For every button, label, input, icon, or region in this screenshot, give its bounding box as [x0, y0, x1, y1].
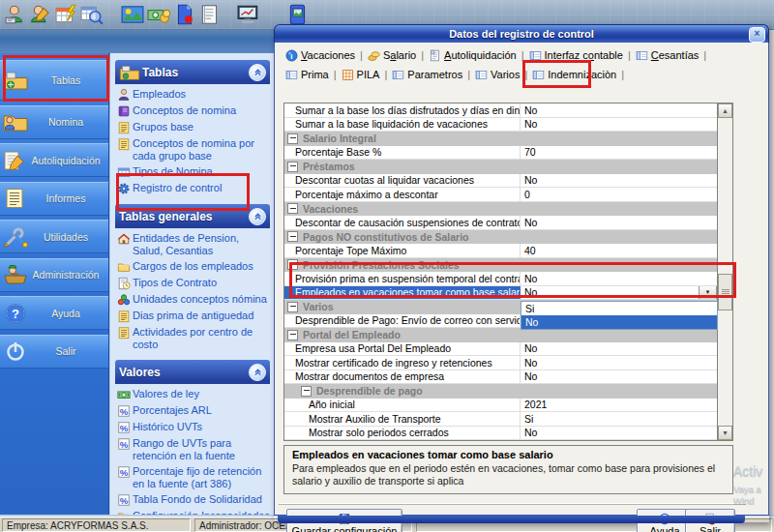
grid-row[interactable]: Mostrar Auxilio de TransporteSi: [284, 412, 717, 427]
property-label[interactable]: Empresa usa Portal Del Empleado: [284, 342, 521, 356]
property-value[interactable]: No▼: [521, 286, 717, 300]
property-value[interactable]: Si: [521, 412, 717, 426]
user-card-icon[interactable]: [5, 3, 28, 26]
menu-item[interactable]: %Tabla Fondo de Solidaridad: [115, 493, 270, 507]
grid-section-row[interactable]: Salario Integral: [284, 132, 717, 146]
property-label[interactable]: Mostrar documentos de empresa: [284, 370, 521, 384]
grid-row[interactable]: Mostrar solo periodos cerradosNo: [284, 427, 717, 441]
property-value[interactable]: No: [521, 272, 717, 285]
tab-parametros[interactable]: Parametros: [388, 68, 466, 82]
grid-row[interactable]: Empresa usa Portal Del EmpleadoNo: [284, 342, 717, 357]
tab-varios[interactable]: Varios: [471, 68, 523, 82]
scrollbar-thumb[interactable]: [718, 274, 732, 310]
scroll-up-icon[interactable]: ▲: [718, 103, 732, 118]
collapse-icon[interactable]: [287, 162, 298, 172]
tab-vacaciones[interactable]: iVacaciones: [282, 48, 359, 63]
property-value[interactable]: 40: [521, 244, 717, 257]
chevron-up-icon[interactable]: [249, 364, 266, 381]
grid-section-row[interactable]: Portal del Empleado: [284, 328, 717, 342]
grid-row[interactable]: Provisión prima en suspensión temporal d…: [284, 272, 717, 286]
property-label[interactable]: Porcentaje máximo a descontar: [284, 188, 521, 201]
sidebar-item-salir[interactable]: Salir: [0, 335, 108, 369]
collapse-icon[interactable]: [287, 133, 298, 144]
grid-section-row[interactable]: Provisión Prestaciones Sociales: [284, 258, 717, 273]
grid-section-row[interactable]: Pagos NO constitutivos de Salario: [284, 230, 717, 245]
tab-cesantias[interactable]: Cesantías: [632, 48, 703, 63]
property-value[interactable]: 0: [521, 188, 717, 201]
grid-scrollbar[interactable]: ▲ ▼: [717, 103, 732, 440]
property-label[interactable]: Provisión prima en suspensión temporal d…: [284, 272, 521, 285]
property-label[interactable]: Año inicial: [284, 399, 521, 412]
property-value[interactable]: No: [521, 174, 717, 188]
collapse-icon[interactable]: [287, 203, 298, 214]
property-label[interactable]: Descontar cuotas al liquidar vacaciones: [284, 174, 521, 188]
property-value[interactable]: 2021: [521, 399, 717, 412]
dropdown-option[interactable]: No: [521, 315, 717, 329]
table-search-icon[interactable]: [80, 3, 104, 26]
sidebar-item-administracion[interactable]: Administración: [0, 258, 108, 292]
property-value[interactable]: No: [521, 216, 717, 229]
scroll-down-icon[interactable]: ▼: [718, 426, 732, 440]
grid-row[interactable]: Mostrar documentos de empresaNo: [284, 370, 717, 385]
tab-interfaz-contable[interactable]: Interfaz contable: [525, 48, 627, 63]
monitor-chart-icon[interactable]: [237, 3, 260, 26]
collapse-icon[interactable]: [287, 259, 298, 270]
menu-item[interactable]: Tipos de Nomina: [115, 165, 270, 179]
sidebar-item-ayuda[interactable]: ?Ayuda: [0, 296, 108, 330]
collapse-icon[interactable]: [287, 231, 298, 242]
property-label[interactable]: Porcentaje Base %: [284, 146, 521, 160]
menu-item[interactable]: Registro de control: [115, 182, 270, 195]
menu-item[interactable]: %Porcentaje fijo de retención en la fuen…: [115, 465, 270, 490]
tab-autoliquidacion[interactable]: Autoliquidación: [425, 48, 521, 63]
grid-row[interactable]: Porcentaje Tope Máximo40: [284, 244, 717, 258]
property-label[interactable]: Empleados en vacaciones tomar como base …: [284, 286, 521, 300]
menu-item[interactable]: Empleados: [115, 88, 270, 102]
close-icon[interactable]: ×: [749, 27, 765, 43]
property-value[interactable]: No: [521, 370, 717, 384]
dialog-titlebar[interactable]: Datos del registro de control ×: [274, 24, 769, 43]
exit-door-icon[interactable]: [286, 3, 310, 26]
menu-item[interactable]: %Porcentajes ARL: [115, 404, 270, 418]
property-label[interactable]: Desprendible de Pago: Envío de correo co…: [284, 314, 521, 328]
grid-row[interactable]: Porcentaje Base %70: [284, 146, 717, 161]
grid-row[interactable]: Empleados en vacaciones tomar como base …: [284, 286, 717, 301]
tab-pila[interactable]: PILA: [338, 68, 384, 82]
notebook-icon[interactable]: [198, 3, 222, 26]
property-label[interactable]: Sumar a la base liquidación de vacacione…: [284, 118, 521, 132]
property-value[interactable]: No: [521, 427, 717, 440]
file-red-dot-icon[interactable]: [173, 3, 196, 26]
menu-item[interactable]: Dias prima de antiguedad: [115, 310, 270, 323]
money-icon[interactable]: [147, 3, 170, 26]
grid-section-row[interactable]: Préstamos: [284, 160, 717, 174]
property-value[interactable]: No: [521, 342, 717, 356]
property-label[interactable]: Mostrar solo periodos cerrados: [284, 427, 521, 440]
sidebar-item-autoliquidacion[interactable]: Autoliquidación: [0, 143, 108, 177]
menu-item[interactable]: Grupos base: [115, 121, 270, 134]
grid-row[interactable]: Mostrar certificado de ingreso y retenci…: [284, 356, 717, 370]
sidebar-item-informes[interactable]: Informes: [0, 182, 108, 216]
property-label[interactable]: Porcentaje Tope Máximo: [284, 244, 521, 257]
property-label[interactable]: Descontar de causación suspensiones de c…: [284, 216, 521, 229]
menu-item[interactable]: Unidades conceptos nómina: [115, 293, 270, 307]
collapse-icon[interactable]: [287, 330, 298, 340]
menu-item[interactable]: Valores de ley: [115, 388, 270, 401]
grid-row[interactable]: Descontar de causación suspensiones de c…: [284, 216, 717, 230]
collapse-icon[interactable]: [287, 302, 298, 312]
menu-item[interactable]: Actividades por centro de costo: [115, 326, 270, 351]
collapse-icon[interactable]: [301, 386, 312, 397]
grid-row[interactable]: Sumar a la base liquidación de vacacione…: [284, 118, 717, 133]
grid-section-row[interactable]: Vacaciones: [284, 202, 717, 217]
menu-item[interactable]: Configuración Incapacidades: [115, 510, 270, 515]
chevron-up-icon[interactable]: [249, 208, 266, 225]
property-value[interactable]: 70: [521, 146, 717, 160]
menu-item[interactable]: Tipos de Contrato: [115, 277, 270, 290]
property-label[interactable]: Mostrar Auxilio de Transporte: [284, 412, 521, 426]
table-lightning-icon[interactable]: [55, 3, 78, 26]
sidebar-item-nomina[interactable]: Nomina: [0, 105, 108, 139]
picture-icon[interactable]: [121, 3, 144, 26]
dropdown-option[interactable]: Si: [521, 302, 717, 315]
property-label[interactable]: Mostrar certificado de ingreso y retenci…: [284, 356, 521, 369]
sidebar-item-utilidades[interactable]: Utilidades: [0, 220, 108, 253]
grid-row[interactable]: Sumar a la base los días disfrutados y d…: [284, 103, 717, 118]
tab-salario[interactable]: Salario: [364, 48, 420, 63]
